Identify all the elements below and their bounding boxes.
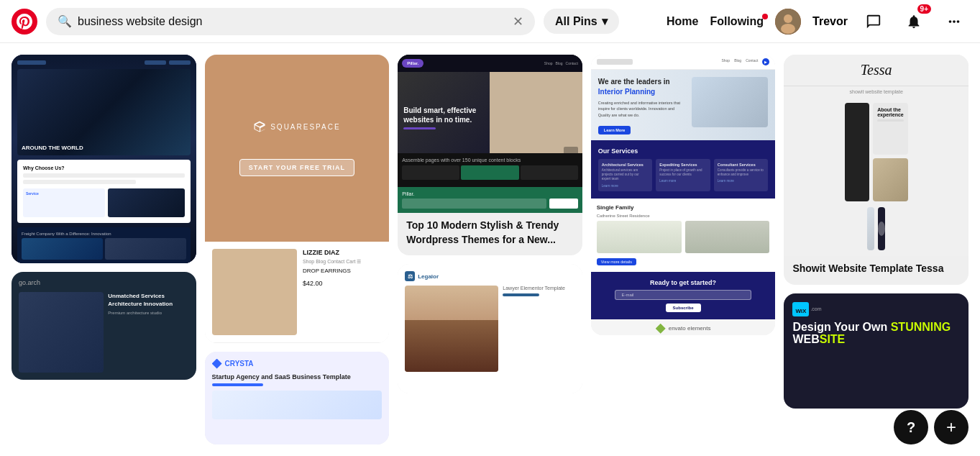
services-title: Our Services xyxy=(598,147,769,155)
list-item[interactable]: ⚖ Legalor Lawyer Elementor Template xyxy=(398,264,582,393)
following-link[interactable]: Following xyxy=(710,15,764,28)
interior-heading: We are the leaders in Interior Planning xyxy=(598,77,686,97)
avatar[interactable] xyxy=(775,9,801,35)
more-options-button[interactable] xyxy=(940,7,968,36)
chevron-down-icon: ▾ xyxy=(602,14,608,28)
main-content: AROUND THE WORLD Why Choose Us? Service xyxy=(0,43,980,456)
help-button[interactable]: ? xyxy=(894,410,928,444)
goarch-logo-text: go.arch xyxy=(19,279,189,286)
pin-caption: Showit Website Template Tessa xyxy=(784,256,968,285)
column-1: AROUND THE WORLD Why Choose Us? Service xyxy=(12,55,196,444)
add-button[interactable]: + xyxy=(934,410,968,444)
legalor-template-label: Lawyer Elementor Template xyxy=(503,286,574,291)
username-label[interactable]: Trevor xyxy=(812,15,848,28)
pin-caption xyxy=(205,342,390,343)
list-item[interactable]: AROUND THE WORLD Why Choose Us? Service xyxy=(12,55,196,263)
column-5: Tessa showit website template About the … xyxy=(784,55,968,444)
sq-shop-section: LIZZIE DIAZ Shop Blog Contact Cart ☰ DRO… xyxy=(205,242,390,342)
list-item[interactable]: CRYSTA Startup Agency and SaaS Business … xyxy=(205,352,390,444)
clear-search-button[interactable]: ✕ xyxy=(513,14,523,29)
notifications-wrapper: 9+ xyxy=(899,7,928,36)
header: 🔍 ✕ All Pins ▾ Home Following Trevor xyxy=(0,0,980,43)
list-item[interactable]: SQUARESPACE START YOUR FREE TRIAL LIZZIE… xyxy=(205,55,390,343)
pin-caption: Top 10 Modern Stylish & Trendy Wordpress… xyxy=(398,213,582,255)
nav-links: Home Following Trevor 9+ xyxy=(667,7,968,36)
pin-grid: AROUND THE WORLD Why Choose Us? Service xyxy=(12,55,968,444)
list-item[interactable]: Tessa showit website template About the … xyxy=(784,55,968,285)
messages-button[interactable] xyxy=(859,7,888,36)
goarch-title: Unmatched Services Architecture Innovati… xyxy=(108,292,188,308)
list-item[interactable]: Pillar. Shop Blog Contact Build smart, e… xyxy=(398,55,582,255)
search-input[interactable] xyxy=(78,15,507,28)
pinterest-logo[interactable] xyxy=(12,9,37,35)
svg-point-1 xyxy=(784,14,792,23)
list-item[interactable]: go.arch Unmatched Services Architecture … xyxy=(12,272,196,380)
column-3: Pillar. Shop Blog Contact Build smart, e… xyxy=(398,55,582,444)
crysta-title: Startup Agency and SaaS Business Templat… xyxy=(212,373,383,380)
notification-badge: 9+ xyxy=(917,4,931,14)
squarespace-cta: START YOUR FREE TRIAL xyxy=(239,159,354,176)
filter-button[interactable]: All Pins ▾ xyxy=(544,9,619,34)
column-4: Shop Blog Contact ▶ We are the leaders i… xyxy=(591,55,776,444)
filter-label: All Pins xyxy=(555,15,597,28)
search-icon: 🔍 xyxy=(58,14,72,28)
list-item[interactable]: Shop Blog Contact ▶ We are the leaders i… xyxy=(591,55,776,335)
squarespace-logo: SQUARESPACE xyxy=(253,120,340,133)
search-bar[interactable]: 🔍 ✕ xyxy=(46,8,535,35)
wix-headline: Design Your Own STUNNING WEBSITE xyxy=(792,321,960,346)
svg-point-2 xyxy=(781,24,795,34)
column-2: SQUARESPACE START YOUR FREE TRIAL LIZZIE… xyxy=(205,55,390,444)
list-item[interactable]: WiX .com Design Your Own STUNNING WEBSIT… xyxy=(784,293,968,409)
home-link[interactable]: Home xyxy=(667,15,698,28)
